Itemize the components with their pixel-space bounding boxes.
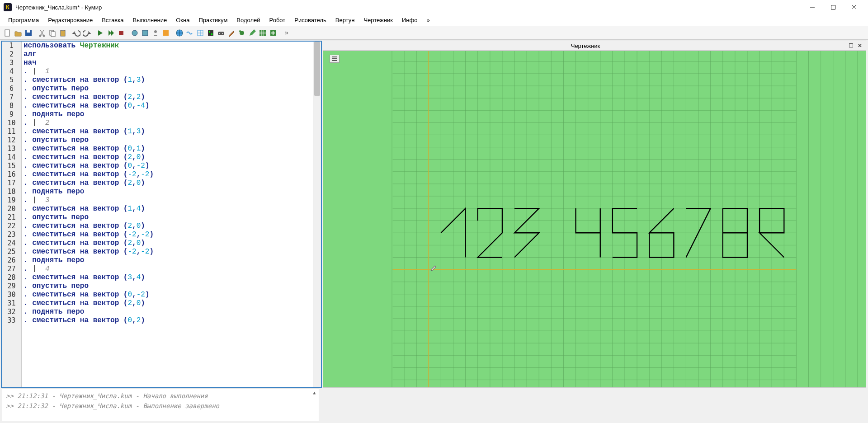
console-line: >> 21:12:32 - Чертежник_Числа.kum - Выпо…: [6, 401, 315, 411]
window-title: Чертежник_Числа.kum* - Кумир: [15, 4, 802, 11]
wave-icon[interactable]: [185, 28, 195, 38]
redo-icon[interactable]: [82, 28, 92, 38]
svg-line-2: [852, 5, 856, 9]
svg-rect-22: [211, 33, 212, 35]
step-icon[interactable]: [106, 28, 116, 38]
stop-icon[interactable]: [116, 28, 126, 38]
menu-item[interactable]: Окна: [171, 15, 194, 25]
paste-icon[interactable]: [58, 28, 68, 38]
menu-item[interactable]: Практикум: [194, 15, 232, 25]
maximize-button[interactable]: [823, 0, 844, 14]
pen-icon[interactable]: [247, 28, 257, 38]
panel-maximize-icon[interactable]: ☐: [847, 42, 855, 50]
menubar: ПрограммаРедактированиеВставкаВыполнение…: [0, 14, 868, 26]
brush-icon[interactable]: [226, 28, 236, 38]
actor3-icon[interactable]: [151, 28, 160, 38]
svg-rect-1: [831, 5, 835, 9]
open-file-icon[interactable]: [13, 28, 23, 38]
app-icon: К: [4, 3, 12, 11]
svg-rect-13: [119, 31, 123, 35]
save-icon[interactable]: [24, 28, 33, 38]
svg-text:»: »: [285, 29, 288, 36]
panel-close-icon[interactable]: ✕: [856, 42, 864, 50]
menu-item[interactable]: Вставка: [97, 15, 128, 25]
canvas-menu-button[interactable]: [330, 55, 340, 63]
console-output: ▲ >> 21:12:31 - Чертежник_Числа.kum - На…: [2, 389, 319, 421]
svg-point-14: [132, 30, 137, 36]
menu-item[interactable]: Водолей: [232, 15, 264, 25]
menu-item[interactable]: Робот: [265, 15, 290, 25]
svg-rect-12: [61, 30, 64, 31]
menu-item[interactable]: Рисователь: [290, 15, 330, 25]
svg-rect-10: [51, 32, 55, 37]
menu-item[interactable]: Программа: [4, 15, 43, 25]
menu-item[interactable]: Инфо: [397, 15, 422, 25]
console-line: >> 21:12:31 - Чертежник_Числа.kum - Нача…: [6, 391, 315, 401]
svg-rect-17: [163, 30, 169, 36]
editor-scrollbar[interactable]: [313, 42, 321, 387]
more-icon[interactable]: »: [282, 28, 292, 38]
run-icon[interactable]: [95, 28, 105, 38]
menu-item[interactable]: Редактирование: [43, 15, 97, 25]
game-icon[interactable]: [216, 28, 226, 38]
line-number-gutter: 1234567891011121314151617181920212223242…: [2, 42, 22, 387]
menu-item[interactable]: Вертун: [331, 15, 359, 25]
close-button[interactable]: [844, 0, 864, 14]
svg-rect-20: [208, 30, 213, 36]
svg-rect-28: [259, 30, 266, 36]
svg-rect-21: [209, 31, 210, 33]
turtle-icon[interactable]: [237, 28, 247, 38]
editor-pane: 1234567891011121314151617181920212223242…: [1, 41, 322, 388]
svg-point-24: [219, 33, 220, 34]
canvas-panel-title: Чертежник: [325, 42, 846, 49]
toolbar: »: [0, 26, 868, 40]
titlebar: К Чертежник_Числа.kum* - Кумир: [0, 0, 868, 14]
svg-rect-6: [27, 30, 30, 33]
menu-item[interactable]: Выполнение: [128, 15, 171, 25]
menu-item[interactable]: »: [422, 15, 434, 25]
cut-icon[interactable]: [37, 28, 47, 38]
svg-point-16: [154, 30, 157, 33]
code-editor[interactable]: использовать Чертежникалгнач. | 1. смест…: [22, 42, 313, 387]
menu-item[interactable]: Чертежник: [359, 15, 397, 25]
copy-icon[interactable]: [47, 28, 57, 38]
svg-point-27: [239, 30, 241, 32]
canvas-panel-header: Чертежник ☐ ✕: [323, 41, 866, 51]
actor1-icon[interactable]: [130, 28, 140, 38]
plus-icon[interactable]: [268, 28, 278, 38]
globe-icon[interactable]: [175, 28, 184, 38]
minimize-button[interactable]: [802, 0, 823, 14]
svg-rect-15: [142, 30, 148, 36]
grid1-icon[interactable]: [195, 28, 205, 38]
svg-rect-4: [5, 30, 9, 36]
drawing-canvas[interactable]: [323, 51, 866, 388]
undo-icon[interactable]: [71, 28, 81, 38]
new-file-icon[interactable]: [3, 28, 13, 38]
svg-rect-23: [218, 32, 224, 35]
actor4-icon[interactable]: [161, 28, 171, 38]
svg-point-25: [222, 33, 223, 34]
svg-line-3: [852, 5, 856, 9]
grid2-icon[interactable]: [206, 28, 216, 38]
table-icon[interactable]: [258, 28, 268, 38]
console-scroll-up-icon[interactable]: ▲: [311, 390, 318, 397]
actor2-icon[interactable]: [140, 28, 150, 38]
